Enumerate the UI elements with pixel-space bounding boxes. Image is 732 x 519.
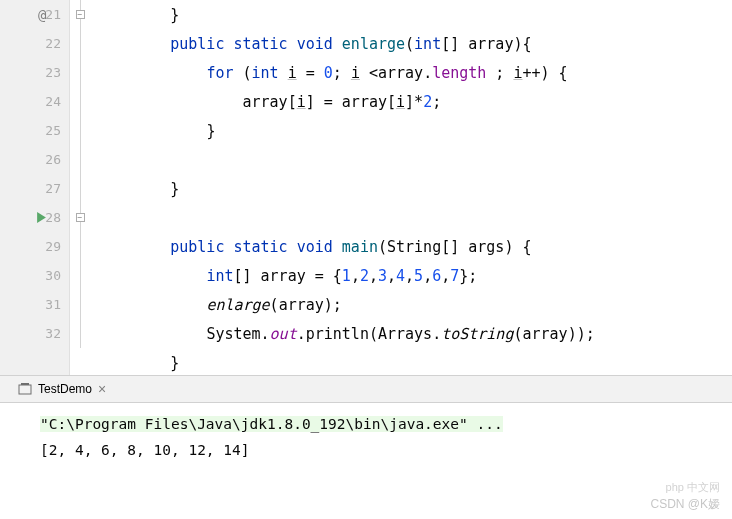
code-line: }	[98, 348, 732, 375]
code-line: public static void main(String[] args) {	[98, 232, 732, 261]
line-number: 23	[39, 65, 61, 80]
watermark: CSDN @K嫒	[650, 496, 720, 513]
fold-toggle-icon[interactable]: −	[76, 213, 85, 222]
run-config-icon	[18, 382, 32, 396]
code-line: }	[98, 116, 732, 145]
fold-column: − −	[70, 0, 90, 375]
code-line: System.out.println(Arrays.toString(array…	[98, 319, 732, 348]
code-editor[interactable]: 21@ 22 23 24 25 26 27 28 29 30 31 32 − −…	[0, 0, 732, 375]
line-number: 30	[39, 268, 61, 283]
code-line: enlarge(array);	[98, 290, 732, 319]
code-content[interactable]: } public static void enlarge(int[] array…	[90, 0, 732, 375]
line-number: 25	[39, 123, 61, 138]
code-line: }	[98, 0, 732, 29]
fold-toggle-icon[interactable]: −	[76, 10, 85, 19]
close-tab-icon[interactable]: ×	[98, 381, 106, 397]
line-number: 24	[39, 94, 61, 109]
line-number: 27	[39, 181, 61, 196]
console-tab-bar: TestDemo ×	[0, 375, 732, 403]
line-number: 22	[39, 36, 61, 51]
code-line: array[i] = array[i]*2;	[98, 87, 732, 116]
line-number: 32	[39, 326, 61, 341]
console-output[interactable]: "C:\Program Files\Java\jdk1.8.0_192\bin\…	[0, 403, 732, 471]
change-marker-icon: @	[38, 7, 46, 23]
console-command: "C:\Program Files\Java\jdk1.8.0_192\bin\…	[40, 416, 503, 432]
run-tab[interactable]: TestDemo ×	[10, 376, 114, 402]
line-number: 26	[39, 152, 61, 167]
code-line: }	[98, 174, 732, 203]
code-line	[98, 203, 732, 232]
watermark: php 中文网	[666, 480, 720, 495]
svg-rect-0	[19, 385, 31, 394]
line-number: 29	[39, 239, 61, 254]
line-number: 31	[39, 297, 61, 312]
line-gutter: 21@ 22 23 24 25 26 27 28 29 30 31 32	[0, 0, 70, 375]
code-line	[98, 145, 732, 174]
code-line: public static void enlarge(int[] array){	[98, 29, 732, 58]
console-result: [2, 4, 6, 8, 10, 12, 14]	[40, 437, 720, 463]
tab-label: TestDemo	[38, 382, 92, 396]
svg-rect-1	[21, 383, 29, 385]
code-line: int[] array = {1,2,3,4,5,6,7};	[98, 261, 732, 290]
code-line: for (int i = 0; i <array.length ; i++) {	[98, 58, 732, 87]
run-gutter-icon[interactable]	[36, 209, 47, 227]
